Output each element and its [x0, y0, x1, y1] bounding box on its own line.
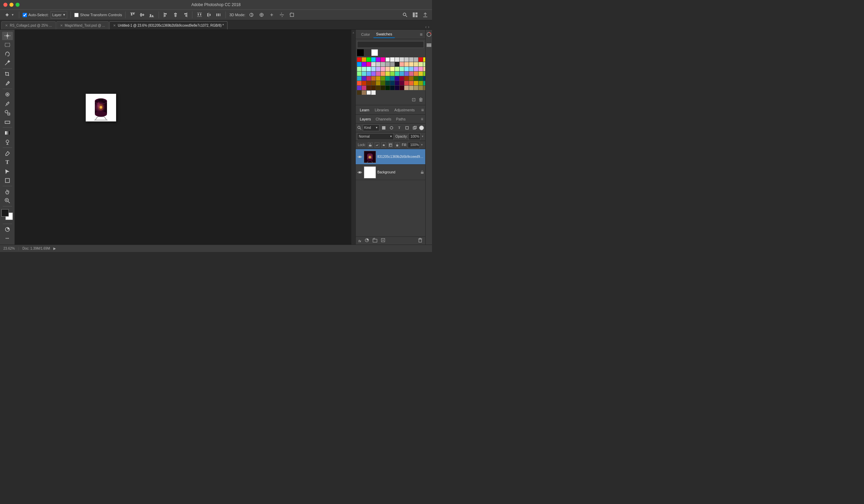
adjustments-tab[interactable]: Adjustments [392, 106, 418, 114]
swatch[interactable] [400, 72, 404, 76]
swatch[interactable] [385, 67, 390, 71]
swatch[interactable] [404, 76, 409, 81]
tab-close-icon[interactable]: ✕ [5, 24, 8, 27]
swatch[interactable] [367, 86, 371, 90]
swatch[interactable] [367, 81, 371, 85]
opacity-input[interactable]: 100% [408, 133, 421, 140]
swatch[interactable] [400, 86, 404, 90]
delete-swatch-btn[interactable]: 🗑 [418, 96, 424, 103]
swatch[interactable] [362, 86, 366, 90]
3d-rotate-btn[interactable] [248, 11, 255, 18]
swatch[interactable] [390, 76, 395, 81]
swatch[interactable] [371, 72, 376, 76]
filter-pixel-btn[interactable] [380, 124, 387, 131]
swatch[interactable] [390, 57, 395, 62]
lock-all-btn[interactable] [395, 143, 400, 148]
swatch-black[interactable] [357, 49, 364, 56]
align-right-btn[interactable] [181, 12, 189, 18]
lock-artboard-btn[interactable] [388, 143, 393, 148]
swatch[interactable] [400, 62, 404, 66]
dist-equal-btn[interactable] [215, 12, 222, 18]
swatch[interactable] [362, 81, 366, 85]
swatch[interactable] [409, 67, 413, 71]
swatch[interactable] [367, 57, 371, 62]
3d-pan-btn[interactable] [257, 11, 266, 18]
lock-image-btn[interactable] [375, 143, 379, 148]
zoom-btn[interactable] [2, 197, 13, 205]
swatch[interactable] [357, 86, 361, 90]
swatch[interactable] [376, 81, 380, 85]
swatch[interactable] [414, 81, 418, 85]
swatch[interactable] [362, 67, 366, 71]
swatch[interactable] [390, 67, 395, 71]
swatch[interactable] [409, 76, 413, 81]
swatch[interactable] [404, 86, 409, 90]
swatch[interactable] [376, 72, 380, 76]
filter-smartobj-btn[interactable] [411, 124, 418, 131]
filter-adjustment-btn[interactable] [388, 124, 395, 131]
lock-transparent-btn[interactable] [368, 143, 373, 148]
swatch[interactable] [419, 81, 423, 85]
swatch[interactable] [414, 86, 418, 90]
gradient-btn[interactable] [2, 129, 13, 137]
swatch[interactable] [404, 81, 409, 85]
tab-rs-collage[interactable]: ✕ RS_Collage1.psd @ 25% ... [1, 21, 56, 29]
swatch[interactable] [419, 67, 423, 71]
auto-select-dropdown[interactable]: Layer ▼ [51, 11, 67, 19]
3d-scale-btn[interactable] [288, 11, 296, 18]
swatch[interactable] [371, 67, 376, 71]
eyedropper-btn[interactable] [2, 79, 13, 87]
swatch[interactable] [390, 72, 395, 76]
swatch[interactable] [367, 67, 371, 71]
dist-top-btn[interactable] [196, 12, 203, 18]
layers-tab[interactable]: Layers [358, 116, 373, 122]
swatch[interactable] [381, 76, 385, 81]
text-btn[interactable]: T [2, 158, 13, 167]
foreground-color-swatch[interactable] [1, 209, 9, 217]
color-tab[interactable]: Color [358, 31, 373, 38]
blend-mode-dropdown[interactable]: Normal ▼ [357, 133, 394, 140]
swatch[interactable] [404, 62, 409, 66]
dodge-btn[interactable] [2, 138, 13, 146]
clone-btn[interactable] [2, 109, 13, 117]
swatches-menu-btn[interactable]: ≡ [420, 32, 422, 37]
libraries-tab[interactable]: Libraries [372, 106, 392, 114]
swatch[interactable] [390, 81, 395, 85]
swatch[interactable] [381, 62, 385, 66]
swatch[interactable] [390, 86, 395, 90]
swatch[interactable] [357, 67, 361, 71]
tab-close-icon[interactable]: ✕ [113, 24, 116, 27]
swatch[interactable] [409, 81, 413, 85]
swatch[interactable] [376, 57, 380, 62]
swatch[interactable] [395, 62, 399, 66]
swatch[interactable] [395, 81, 399, 85]
filter-kind-dropdown[interactable]: Kind ▼ [363, 124, 379, 131]
swatch[interactable] [419, 57, 423, 62]
maximize-button[interactable] [15, 3, 20, 7]
minimize-button[interactable] [10, 3, 13, 7]
swatches-tab[interactable]: Swatches [373, 31, 395, 38]
swatch[interactable] [362, 57, 366, 62]
doc-info-arrow[interactable]: ▶ [53, 247, 56, 250]
pen-btn[interactable] [2, 149, 13, 158]
add-fx-btn[interactable]: fx [358, 238, 362, 244]
swatch[interactable] [414, 72, 418, 76]
swatch[interactable] [395, 72, 399, 76]
swatch[interactable] [414, 57, 418, 62]
swatch[interactable] [381, 57, 385, 62]
swatch[interactable] [357, 62, 361, 66]
layers-menu-btn[interactable]: ≡ [421, 117, 423, 121]
move-tool-btn[interactable]: ▼ [3, 11, 15, 19]
swatch[interactable] [371, 62, 376, 66]
align-top-btn[interactable] [129, 12, 136, 18]
layer-visibility-btn[interactable] [357, 154, 362, 160]
search-btn[interactable] [401, 11, 409, 18]
swatch[interactable] [357, 90, 361, 95]
swatch[interactable] [385, 57, 390, 62]
brush-btn[interactable] [2, 99, 13, 108]
new-layer-btn[interactable] [380, 237, 386, 244]
filter-type-btn[interactable]: T [396, 124, 403, 131]
swatch[interactable] [371, 90, 376, 95]
filter-shape-btn[interactable] [404, 124, 410, 131]
magic-wand-tool-btn[interactable] [2, 59, 13, 67]
